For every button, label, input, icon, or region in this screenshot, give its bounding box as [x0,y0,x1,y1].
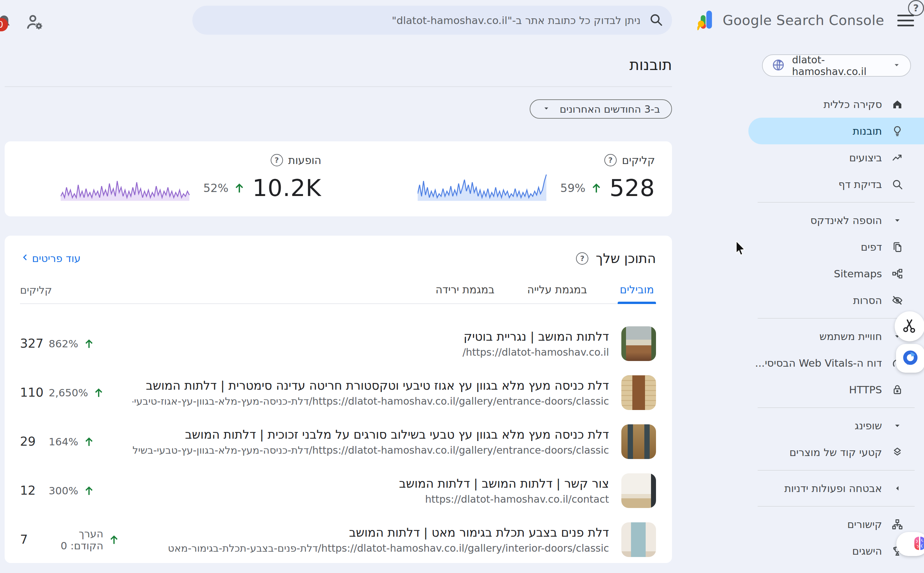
user-settings-button[interactable] [25,13,45,33]
tab-1[interactable]: במגמת עלייה [525,283,589,303]
help-circle-icon[interactable]: ? [604,154,617,166]
person-gear-icon [25,27,45,33]
result-clicks-count: 327 [20,336,48,351]
result-stats: 7הערך הקודם: 0 [20,528,120,552]
result-thumbnail [621,473,656,508]
layers-icon [891,446,903,458]
more-items-link[interactable]: עוד פריטים [20,252,81,265]
help-icon: ? [913,2,919,14]
impressions-change: 52% [203,181,229,195]
notifications-button[interactable]: 20 [0,13,13,32]
sidebar-item-2[interactable]: ביצועים [748,144,924,171]
result-row-0[interactable]: דלתות המושב | נגריית בוטיקhttps://dlatot… [20,319,656,368]
result-stats: 1102,650% [20,385,120,400]
sidebar-item-label: בדיקת דף [838,178,882,190]
link-tree-icon [891,518,903,530]
date-range-label: ב-3 החודשים האחרונים [560,103,660,115]
result-row-2[interactable]: דלת כניסה מעץ מלא בגוון עץ טבעי בשילוב ס… [20,417,656,466]
page-magnifier-icon [891,178,903,190]
scissors-icon [902,318,918,335]
result-title: דלת כניסה מעץ מלא בגוון עץ טבעי בשילוב ס… [132,427,609,443]
sidebar-item-label: קטעי קוד של מוצרים [790,446,882,458]
result-url: https://dlatot-hamoshav.co.il/gallery/en… [132,444,609,456]
result-clicks-count: 12 [20,483,48,498]
sidebar-divider [758,407,915,408]
impressions-sparkline [61,172,191,204]
sidebar-item-label: אבטחה ופעולות ידניות [784,482,882,494]
your-content-card: התוכן שלך ? עוד פריטים מוביליםבמגמת עליי… [5,236,672,563]
clicks-metric[interactable]: קליקים ? 528 59% [338,141,672,216]
sidebar-item-8[interactable]: הסרות [748,287,924,314]
sidebar-item-label: HTTPS [849,384,882,396]
sidebar-item-0[interactable]: סקירה כללית [748,91,924,117]
property-label: dlatot-hamoshav.co.il [792,54,885,77]
date-range-row: ב-3 החודשים האחרונים [5,99,672,119]
sidebar-item-6[interactable]: דפים [748,234,924,260]
sidebar-section-14[interactable]: שופינג [748,412,924,439]
help-circle-icon[interactable]: ? [576,252,588,265]
result-url: https://dlatot-hamoshav.co.il/gallery/en… [132,395,609,407]
brand: Google Search Console [697,9,884,32]
impressions-metric[interactable]: הופעות ? 10.2K 52% [5,141,338,216]
result-texts: דלת כניסה מעץ מלא בגוון עץ טבעי בשילוב ס… [132,427,609,456]
result-texts: דלתות המושב | נגריית בוטיקhttps://dlatot… [132,329,609,359]
sidebar-item-12[interactable]: HTTPS [748,376,924,403]
chat-extension-button[interactable] [896,344,924,373]
sidebar-item-label: ביצועים [849,152,882,164]
sidebar-divider [758,318,915,319]
sidebar-item-19[interactable]: קישורים [748,511,924,538]
sidebar: dlatot-hamoshav.co.il סקירה כלליתתובנותב… [748,40,924,564]
tab-2[interactable]: במגמת ירידה [433,283,496,303]
result-thumbnail [621,522,656,557]
result-texts: דלת פנים בצבע תכלת בגימור מאט | דלתות המ… [132,525,609,554]
date-range-dropdown[interactable]: ב-3 החודשים האחרונים [530,99,672,119]
arrow-up-icon [83,436,95,448]
sidebar-section-17[interactable]: אבטחה ופעולות ידניות [748,475,924,502]
url-inspect-searchbar[interactable] [192,6,672,34]
sidebar-item-7[interactable]: Sitemaps [748,260,924,287]
result-row-1[interactable]: דלת כניסה מעץ מלא בגוון עץ אגוז טיבעי וט… [20,368,656,417]
search-input[interactable] [201,14,641,26]
result-change: 862% [48,338,78,350]
result-thumbnail [621,424,656,459]
arrow-up-icon [590,182,603,194]
result-clicks-count: 7 [20,532,48,547]
hamburger-menu-icon[interactable] [897,15,914,30]
screenshot-extension-button[interactable] [895,312,924,341]
result-texts: צור קשר | דלתות המושב | דלתות המושבhttps… [132,476,609,505]
result-row-4[interactable]: דלת פנים בצבע תכלת בגימור מאט | דלתות המ… [20,515,656,564]
tab-0[interactable]: מובילים [618,283,656,303]
page-title: תובנות [5,56,672,74]
sidebar-item-1[interactable]: תובנות [748,117,924,144]
caret-down-icon [891,420,903,432]
sidebar-item-label: הסרות [853,294,882,306]
result-clicks-count: 110 [20,385,48,400]
lock-icon [891,384,903,396]
search-icon [641,13,663,28]
result-stats: 12300% [20,483,120,498]
sidebar-section-5[interactable]: הוספה לאינדקס [748,207,924,234]
sidebar-item-3[interactable]: בדיקת דף [748,171,924,198]
ai-extension-button[interactable] [896,532,924,556]
result-change: הערך הקודם: 0 [48,528,103,552]
sidebar-item-15[interactable]: קטעי קוד של מוצרים [748,439,924,466]
sidebar-item-label: הוספה לאינדקס [810,214,882,226]
property-selector[interactable]: dlatot-hamoshav.co.il [762,54,911,77]
brain-icon [911,535,924,553]
chevron-down-icon [892,60,902,71]
help-button[interactable]: ? [908,0,924,16]
help-circle-icon[interactable]: ? [270,154,283,166]
pages-icon [891,241,903,253]
sitemap-icon [891,268,903,280]
sidebar-divider [758,506,915,507]
result-title: דלת פנים בצבע תכלת בגימור מאט | דלתות המ… [132,525,609,541]
result-row-3[interactable]: צור קשר | דלתות המושב | דלתות המושבhttps… [20,466,656,515]
results-list: דלתות המושב | נגריית בוטיקhttps://dlatot… [20,319,656,564]
sidebar-divider [758,202,915,203]
result-url: https://dlatot-hamoshav.co.il/contact [132,493,609,505]
result-thumbnail [621,375,656,410]
result-change: 300% [48,485,78,497]
result-change: 164% [48,436,78,448]
clicks-column-header: קליקים [20,284,52,303]
sidebar-item-label: שופינג [855,420,882,432]
